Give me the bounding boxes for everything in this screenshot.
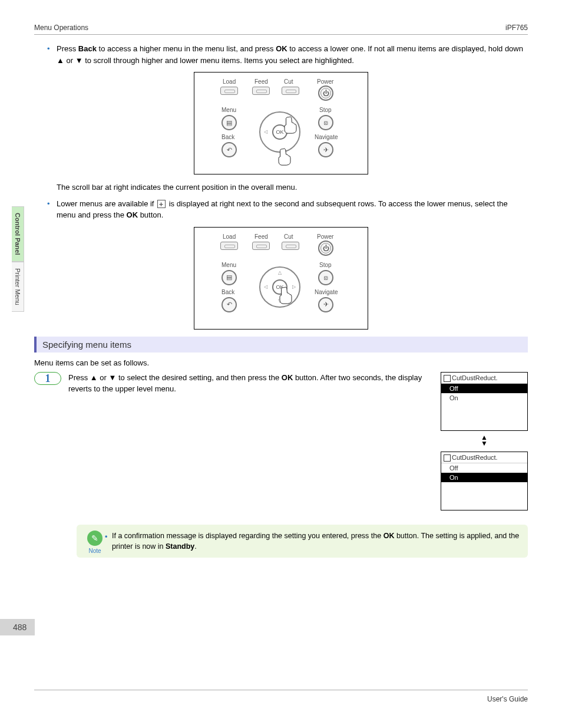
back-button[interactable]: ↶ [222,142,237,157]
note-b1: OK [384,532,395,540]
feed-button[interactable] [252,87,270,95]
stop-button[interactable]: ⦻ [318,115,333,130]
side-tab-control-panel[interactable]: Control Panel [12,206,24,262]
note-post: . [194,542,196,551]
step-number: 1 [34,372,61,385]
scroll-text: The scroll bar at right indicates the cu… [34,182,528,193]
note-b2: Standby [166,542,194,551]
header-divider [34,34,528,35]
stop-button-2[interactable]: ⦻ [318,270,333,285]
step-1-row: 1 Press ▲ or ▼ to select the desired set… [34,372,528,515]
power-button[interactable]: ⏻ [318,85,333,101]
label-menu-2: Menu [222,262,236,268]
label-load: Load [223,78,236,85]
note-bullet-icon: • [105,532,107,542]
note-pre: If a confirmation message is displayed r… [112,532,384,540]
lcd1-off-selected: Off [441,384,527,393]
note-icon: ✎ [87,531,103,546]
header-left: Menu Operations [34,24,88,32]
p1-pre: Press [57,44,78,53]
label-feed-2: Feed [254,233,268,240]
bullet-dot-icon: • [47,43,50,55]
label-load-2: Load [223,233,236,240]
side-tabs: Control Panel Printer Menu [12,206,24,312]
hand-icon-2 [277,148,292,166]
label-cut: Cut [284,78,293,85]
s1-pre: Press ▲ or ▼ to select the desired setti… [68,373,282,382]
footer: User's Guide [34,690,528,703]
label-cut-2: Cut [284,233,293,240]
control-panel-figure-2: Load Feed Cut Power ⏻ Menu ▤ Back ↶ Stop… [194,227,368,330]
bullet-1: • Press Back to access a higher menu in … [34,43,528,66]
submenu-icon [157,200,166,208]
feed-button-2[interactable] [252,242,270,250]
section-heading: Specifying menu items [34,337,528,353]
control-panel-figure-1: Load Feed Cut Power ⏻ Menu ▤ Back ↶ Stop… [194,72,368,174]
bullet-2: • Lower menus are available if is displa… [34,198,528,221]
load-button-2[interactable] [220,242,238,250]
cut-button[interactable] [282,87,299,95]
lcd2-off: Off [441,463,527,473]
lcd1-title: CutDustReduct. [441,373,527,384]
label-power-2: Power [317,233,333,240]
step-body: Press ▲ or ▼ to select the desired setti… [68,372,441,395]
label-stop: Stop [319,107,332,113]
label-navigate: Navigate [315,134,338,140]
s1-b1: OK [282,373,293,382]
p1-b2: OK [276,44,287,53]
label-back: Back [222,134,234,140]
lcd2-on-selected: On [441,473,527,482]
label-feed: Feed [254,78,268,85]
label-back-2: Back [222,289,234,295]
load-button[interactable] [220,87,238,95]
label-power: Power [317,78,333,85]
navigate-button[interactable]: ✈ [318,142,333,157]
header-right: iPF765 [505,24,528,32]
p2-b1: OK [127,210,138,219]
lcd2-title: CutDustReduct. [441,452,527,463]
lcd1-on: On [441,393,527,403]
hand-icon [283,116,298,134]
updown-arrows-icon: ▲▼ [441,434,528,447]
p2-post: button. [138,210,163,219]
label-navigate-2: Navigate [315,289,338,295]
back-button-2[interactable]: ↶ [222,297,237,312]
menu-button-2[interactable]: ▤ [222,270,237,285]
note-label: Note [84,547,106,556]
navigate-button-2[interactable]: ✈ [318,297,333,312]
cut-button-2[interactable] [282,242,299,250]
side-tab-printer-menu[interactable]: Printer Menu [12,262,24,312]
bullet-dot-icon-2: • [47,198,50,210]
page-number: 488 [0,619,35,635]
p2-pre: Lower menus are available if [57,199,156,208]
p1-b1: Back [78,44,97,53]
lcd-screen-1: CutDustReduct. Off On [441,372,528,431]
power-button-2[interactable]: ⏻ [318,241,333,256]
menu-button[interactable]: ▤ [222,115,237,130]
label-stop-2: Stop [319,262,332,268]
label-menu: Menu [222,107,236,113]
note-box: ✎ Note • If a confirmation message is di… [77,525,528,558]
p1-m1: to access a higher menu in the menu list… [97,44,276,53]
section-intro: Menu items can be set as follows. [34,358,528,367]
lcd-screen-2: CutDustReduct. Off On [441,452,528,510]
hand-icon-3 [278,286,293,304]
